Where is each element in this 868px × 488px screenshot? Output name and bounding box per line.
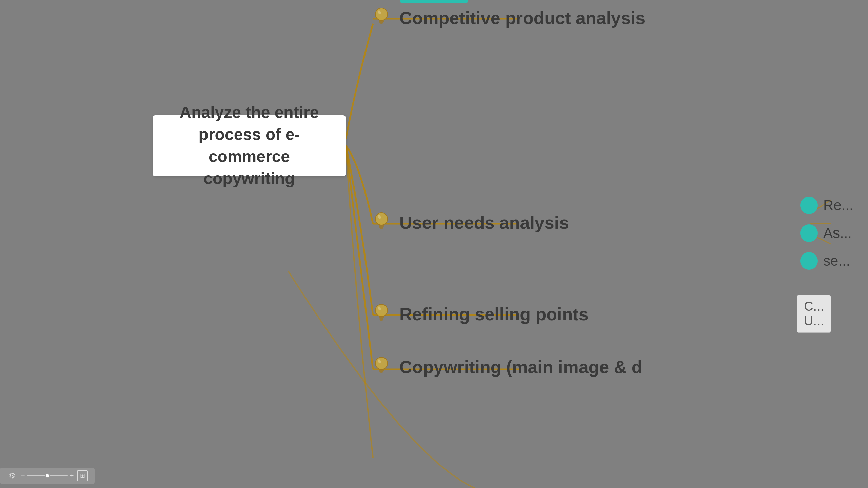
bottom-toolbar: ⚙ − + ⊞ [0, 468, 95, 484]
zoom-control[interactable]: − + [21, 472, 74, 480]
copywriting-label: Copywriting (main image & d [399, 357, 643, 377]
competitive-label: Competitive product analysis [399, 8, 645, 28]
branch-competitive[interactable]: Competitive product analysis [370, 6, 645, 30]
svg-rect-27 [379, 369, 384, 371]
refining-label: Refining selling points [399, 304, 589, 324]
center-node[interactable]: Analyze the entire process of e-commerce… [153, 115, 346, 176]
connection-lines [0, 0, 868, 488]
svg-rect-17 [380, 228, 383, 229]
svg-rect-23 [380, 320, 383, 321]
zoom-slider-thumb[interactable] [45, 473, 50, 478]
center-node-text: Analyze the entire process of e-commerce… [163, 102, 336, 189]
svg-rect-16 [379, 227, 383, 228]
lightbulb-icon-competitive [370, 6, 393, 30]
zoom-slider[interactable] [27, 475, 68, 476]
sub-node-as-circle [800, 224, 818, 242]
svg-rect-15 [379, 225, 384, 227]
tooltip-line1: C... [804, 299, 824, 314]
branch-refining[interactable]: Refining selling points [370, 302, 589, 326]
refining-tooltip: C... U... [797, 295, 831, 333]
zoom-plus-icon[interactable]: + [70, 472, 74, 480]
tooltip-line2: U... [804, 314, 824, 328]
sub-nodes-container: Re... As... se... [800, 197, 853, 270]
svg-rect-29 [380, 372, 383, 373]
top-progress-bar [400, 0, 468, 3]
expand-icon[interactable]: ⊞ [77, 470, 88, 481]
zoom-minus-icon[interactable]: − [21, 472, 25, 480]
sub-node-se[interactable]: se... [800, 252, 853, 270]
user-needs-label: User needs analysis [399, 212, 569, 233]
svg-rect-28 [379, 371, 383, 372]
sub-node-as-label: As... [823, 225, 852, 241]
lightbulb-icon-copywriting [370, 355, 393, 379]
lightbulb-icon-refining [370, 302, 393, 326]
branch-user-needs[interactable]: User needs analysis [370, 211, 569, 235]
sub-node-se-circle [800, 252, 818, 270]
sub-node-as[interactable]: As... [800, 224, 853, 242]
sub-node-re[interactable]: Re... [800, 197, 853, 214]
svg-rect-9 [379, 20, 384, 22]
branch-copywriting[interactable]: Copywriting (main image & d [370, 355, 643, 379]
svg-rect-22 [379, 318, 383, 320]
svg-rect-10 [379, 22, 383, 23]
sub-node-se-label: se... [823, 253, 850, 269]
mind-map-canvas: Analyze the entire process of e-commerce… [0, 0, 868, 488]
svg-rect-21 [379, 317, 384, 318]
sub-node-re-label: Re... [823, 197, 853, 214]
settings-icon[interactable]: ⚙ [7, 470, 18, 481]
lightbulb-icon-user-needs [370, 211, 393, 235]
svg-rect-11 [380, 23, 383, 24]
sub-node-re-circle [800, 197, 818, 214]
